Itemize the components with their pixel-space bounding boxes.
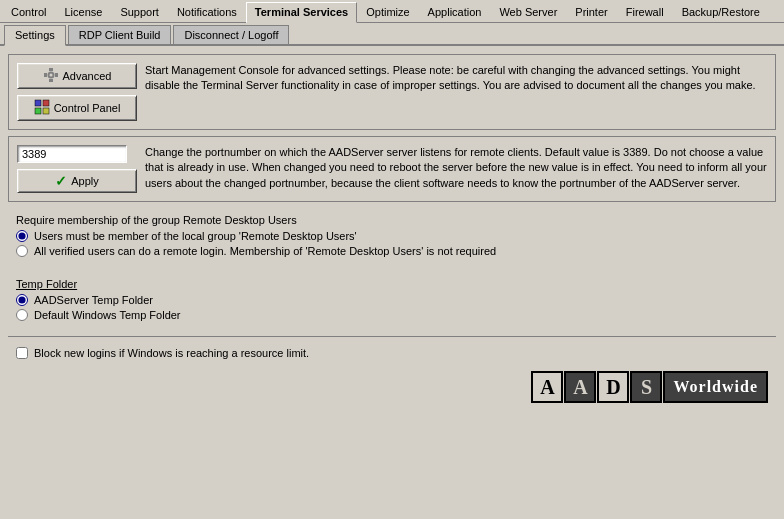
menu-control[interactable]: Control [2, 2, 55, 22]
main-content: Advanced Control Panel Start Management … [0, 46, 784, 511]
remote-desktop-label: Require membership of the group Remote D… [16, 214, 768, 226]
remote-desktop-section: Require membership of the group Remote D… [8, 208, 776, 266]
radio-all-verified-input[interactable] [16, 245, 28, 257]
menu-notifications[interactable]: Notifications [168, 2, 246, 22]
radio-aadserver-temp[interactable]: AADServer Temp Folder [16, 294, 768, 306]
menu-application[interactable]: Application [419, 2, 491, 22]
block-logins-row[interactable]: Block new logins if Windows is reaching … [8, 341, 776, 365]
port-input[interactable] [17, 145, 127, 163]
radio-aadserver-temp-input[interactable] [16, 294, 28, 306]
menu-web-server[interactable]: Web Server [490, 2, 566, 22]
port-description: Change the portnumber on which the AADSe… [145, 145, 767, 191]
svg-rect-0 [49, 68, 53, 71]
radio-windows-temp-label: Default Windows Temp Folder [34, 309, 181, 321]
radio-must-be-member-input[interactable] [16, 230, 28, 242]
svg-rect-2 [44, 73, 47, 77]
temp-folder-section: Temp Folder AADServer Temp Folder Defaul… [8, 272, 776, 330]
radio-must-be-member[interactable]: Users must be member of the local group … [16, 230, 768, 242]
divider [8, 336, 776, 337]
advanced-buttons: Advanced Control Panel [17, 63, 137, 121]
svg-rect-10 [43, 108, 49, 114]
svg-rect-9 [35, 108, 41, 114]
logo-worldwide: Worldwide [663, 371, 768, 403]
radio-aadserver-temp-label: AADServer Temp Folder [34, 294, 153, 306]
tab-settings[interactable]: Settings [4, 25, 66, 46]
svg-rect-3 [55, 73, 58, 77]
checkmark-icon: ✓ [55, 173, 67, 189]
logo-letter-d: D [597, 371, 629, 403]
advanced-section: Advanced Control Panel Start Management … [8, 54, 776, 130]
temp-folder-label: Temp Folder [16, 278, 768, 290]
aads-logo: A A D S Worldwide [531, 371, 768, 403]
svg-point-5 [49, 74, 52, 77]
control-panel-button-label: Control Panel [54, 102, 121, 114]
menu-terminal-services[interactable]: Terminal Services [246, 2, 357, 23]
advanced-button[interactable]: Advanced [17, 63, 137, 89]
advanced-button-label: Advanced [63, 70, 112, 82]
menu-bar: Control License Support Notifications Te… [0, 0, 784, 23]
port-row: ✓ Apply Change the portnumber on which t… [17, 145, 767, 193]
radio-must-be-member-label: Users must be member of the local group … [34, 230, 357, 242]
menu-printer[interactable]: Printer [566, 2, 616, 22]
radio-windows-temp-input[interactable] [16, 309, 28, 321]
tab-rdp-client-build[interactable]: RDP Client Build [68, 25, 172, 44]
block-logins-checkbox[interactable] [16, 347, 28, 359]
menu-support[interactable]: Support [111, 2, 168, 22]
advanced-description: Start Management Console for advanced se… [145, 63, 767, 94]
logo-letter-a1: A [531, 371, 563, 403]
port-input-column: ✓ Apply [17, 145, 137, 193]
menu-firewall[interactable]: Firewall [617, 2, 673, 22]
tab-bar: Settings RDP Client Build Disconnect / L… [0, 23, 784, 46]
logo-letter-s: S [630, 371, 662, 403]
control-panel-icon [34, 99, 50, 117]
radio-all-verified-label: All verified users can do a remote login… [34, 245, 496, 257]
advanced-row: Advanced Control Panel Start Management … [17, 63, 767, 121]
logo-letter-a2: A [564, 371, 596, 403]
control-panel-button[interactable]: Control Panel [17, 95, 137, 121]
apply-button[interactable]: ✓ Apply [17, 169, 137, 193]
tab-disconnect-logoff[interactable]: Disconnect / Logoff [173, 25, 289, 44]
menu-license[interactable]: License [55, 2, 111, 22]
radio-windows-temp[interactable]: Default Windows Temp Folder [16, 309, 768, 321]
svg-rect-8 [43, 100, 49, 106]
block-logins-label: Block new logins if Windows is reaching … [34, 347, 309, 359]
svg-rect-1 [49, 79, 53, 82]
apply-button-label: Apply [71, 175, 99, 187]
menu-optimize[interactable]: Optimize [357, 2, 418, 22]
menu-backup-restore[interactable]: Backup/Restore [673, 2, 769, 22]
logo-area: A A D S Worldwide [8, 367, 776, 407]
port-section: ✓ Apply Change the portnumber on which t… [8, 136, 776, 202]
gear-icon [43, 67, 59, 85]
radio-all-verified[interactable]: All verified users can do a remote login… [16, 245, 768, 257]
svg-rect-7 [35, 100, 41, 106]
